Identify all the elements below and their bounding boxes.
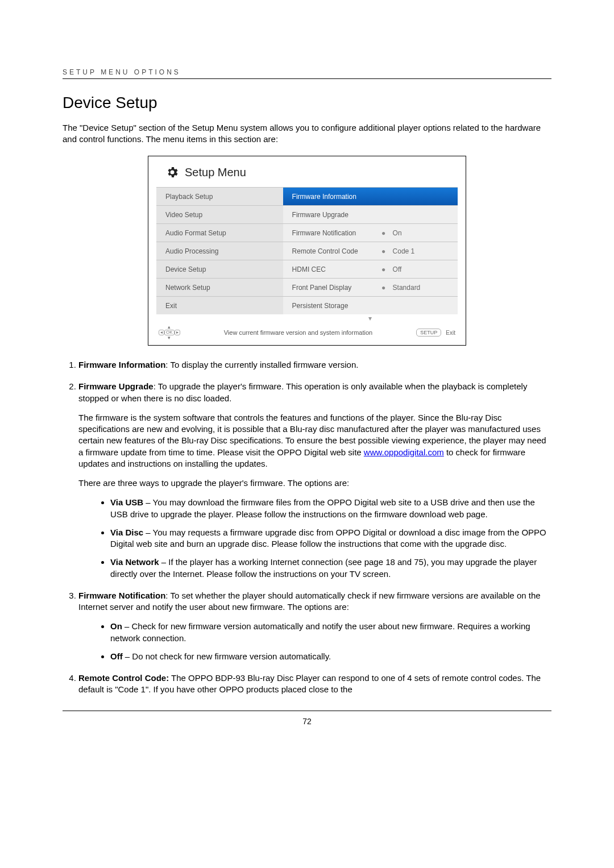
option-front-panel-display[interactable]: Front Panel Display ● Standard [283,278,458,296]
option-firmware-information[interactable]: Firmware Information [283,187,458,205]
bullet-title: Off [110,651,123,661]
intro-paragraph: The "Device Setup" section of the Setup … [63,122,551,144]
bullet-title: On [110,621,122,631]
sidebar-item-audio-processing[interactable]: Audio Processing [156,242,283,260]
option-label: Firmware Notification [292,229,375,237]
option-label: Persistent Storage [292,302,375,310]
option-persistent-storage[interactable]: Persistent Storage [283,296,458,314]
section-title: Device Setup [63,94,551,112]
bullet-icon: ● [380,229,387,237]
setup-menu-screenshot: Setup Menu Playback Setup Video Setup Au… [148,156,466,346]
option-value: Code 1 [393,247,415,255]
oppo-link[interactable]: www.oppodigital.com [364,447,444,457]
option-firmware-upgrade[interactable]: Firmware Upgrade [283,205,458,223]
option-label: Front Panel Display [292,284,375,292]
option-label: Firmware Upgrade [292,211,375,219]
bullet-icon: ● [380,284,387,292]
exit-label: Exit [446,330,455,336]
option-value: On [393,229,402,237]
list-item: Firmware Upgrade: To upgrade the player'… [78,381,551,580]
option-label: HDMI CEC [292,265,375,273]
sidebar-item-exit[interactable]: Exit [156,296,283,314]
item-title: Remote Control Code: [78,673,169,683]
item-body: : To display the currently installed fir… [165,360,358,369]
item-title: Firmware Information [78,360,165,369]
header-rule [63,78,551,79]
bullet-body: – You may requests a firmware upgrade di… [110,528,546,549]
setup-footer: ▴ ◂OK▸ ▾ View current firmware version a… [156,322,458,342]
header-label: SETUP MENU OPTIONS [63,68,551,76]
list-item: Off – Do not check for new firmware vers… [110,651,551,662]
setup-menu-header: Setup Menu [156,162,458,187]
setup-right-column: Firmware Information Firmware Upgrade Fi… [283,187,458,322]
list-item: Firmware Information: To display the cur… [78,359,551,371]
item-title: Firmware Upgrade [78,381,154,391]
scroll-down-icon: ▾ [283,314,458,322]
sidebar-item-network[interactable]: Network Setup [156,278,283,296]
bullet-title: Via Network [110,557,159,567]
sidebar-item-video[interactable]: Video Setup [156,205,283,223]
setup-left-column: Playback Setup Video Setup Audio Format … [156,187,283,322]
paragraph-text: There are three ways to upgrade the play… [78,477,551,489]
option-firmware-notification[interactable]: Firmware Notification ● On [283,223,458,242]
footer-rule [63,711,551,711]
list-item: Via USB – You may download the firmware … [110,497,551,520]
option-value: Standard [393,284,421,292]
bullet-body: – Check for new firmware version automat… [110,621,530,642]
option-hdmi-cec[interactable]: HDMI CEC ● Off [283,260,458,278]
main-list: Firmware Information: To display the cur… [63,359,551,696]
list-item: Via Network – If the player has a workin… [110,556,551,580]
bullet-body: – You may download the firmware files fr… [110,497,535,518]
bullet-title: Via Disc [110,528,143,537]
item-title: Firmware Notification [78,591,165,600]
setup-menu-title: Setup Menu [185,166,246,179]
bullet-body: – If the player has a working Internet c… [110,557,537,578]
list-item: Firmware Notification: To set whether th… [78,590,551,662]
bullet-title: Via USB [110,497,143,507]
setup-button[interactable]: SETUP [416,329,441,337]
gear-icon [165,165,179,179]
sidebar-item-device[interactable]: Device Setup [156,260,283,278]
bullet-icon: ● [380,265,387,273]
option-remote-control-code[interactable]: Remote Control Code ● Code 1 [283,242,458,260]
hint-text: View current firmware version and system… [185,329,412,336]
list-item: On – Check for new firmware version auto… [110,621,551,644]
option-value: Off [393,265,402,273]
list-item: Remote Control Code: The OPPO BDP-93 Blu… [78,672,551,696]
sidebar-item-audio-format[interactable]: Audio Format Setup [156,223,283,242]
option-label: Firmware Information [292,193,375,201]
bullet-body: – Do not check for new firmware version … [123,651,331,661]
nav-pad-icon: ▴ ◂OK▸ ▾ [159,325,180,340]
bullet-list: On – Check for new firmware version auto… [78,621,551,662]
list-item: Via Disc – You may requests a firmware u… [110,527,551,550]
option-label: Remote Control Code [292,247,375,255]
bullet-icon: ● [380,247,387,255]
page-number: 72 [63,717,551,726]
sidebar-item-playback[interactable]: Playback Setup [156,187,283,205]
bullet-list: Via USB – You may download the firmware … [78,497,551,580]
